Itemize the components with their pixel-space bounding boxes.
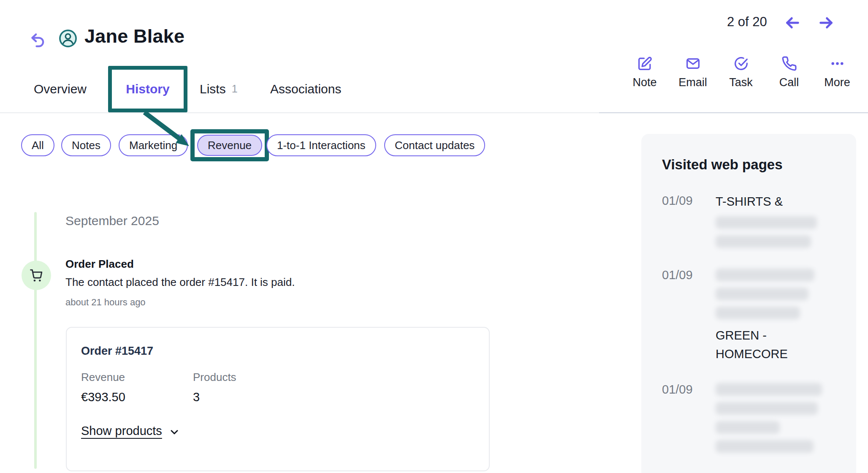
filter-pill-marketing[interactable]: Marketing bbox=[119, 134, 188, 156]
order-card: Order #15417 Revenue Products €393.50 3 … bbox=[66, 327, 490, 471]
visited-page-content: GREEN - HOMECORE bbox=[716, 266, 822, 363]
email-button[interactable]: Email bbox=[669, 56, 717, 89]
tab-lists[interactable]: Lists1 bbox=[200, 82, 238, 96]
more-button-label: More bbox=[824, 76, 850, 89]
filter-pill-all[interactable]: All bbox=[21, 134, 54, 156]
tab-history[interactable]: History bbox=[126, 82, 169, 96]
order-revenue-label: Revenue bbox=[81, 371, 125, 384]
contact-pager: 2 of 20 bbox=[727, 14, 835, 30]
page-title: Jane Blake bbox=[84, 25, 184, 47]
tab-associations[interactable]: Associations bbox=[270, 82, 341, 96]
task-button[interactable]: Task bbox=[717, 56, 765, 89]
redacted-line bbox=[716, 440, 814, 453]
arrow-left-icon bbox=[784, 14, 801, 31]
contact-avatar-icon bbox=[59, 29, 77, 48]
next-contact-button[interactable] bbox=[818, 14, 835, 30]
task-button-label: Task bbox=[729, 76, 753, 89]
contact-actions-toolbar: Note Email Task Call bbox=[621, 56, 861, 89]
redacted-line bbox=[716, 307, 800, 319]
redacted-text-block bbox=[716, 383, 822, 453]
note-icon bbox=[637, 56, 653, 71]
show-products-label: Show products bbox=[81, 424, 162, 438]
tabs-divider bbox=[0, 112, 868, 113]
visited-page-content: T-SHIRTS & bbox=[716, 192, 822, 248]
undo-arrow-icon bbox=[30, 32, 46, 48]
redacted-line bbox=[716, 288, 808, 300]
visited-page-entry[interactable]: 01/09 T-SHIRTS & bbox=[662, 192, 839, 248]
tab-overview[interactable]: Overview bbox=[34, 82, 87, 96]
timeline-line bbox=[34, 212, 37, 469]
lists-count-badge: 1 bbox=[232, 83, 238, 95]
call-icon bbox=[781, 56, 797, 71]
redacted-text-block bbox=[716, 216, 822, 248]
filter-pill-revenue[interactable]: Revenue bbox=[197, 135, 262, 156]
redacted-line bbox=[716, 216, 817, 229]
order-event-marker bbox=[22, 261, 51, 290]
visit-date: 01/09 bbox=[662, 266, 716, 283]
event-title: Order Placed bbox=[65, 258, 134, 271]
visited-web-pages-title: Visited web pages bbox=[662, 157, 783, 173]
order-card-title: Order #15417 bbox=[81, 345, 153, 358]
call-button[interactable]: Call bbox=[765, 56, 813, 89]
filter-pill-notes[interactable]: Notes bbox=[61, 134, 111, 156]
redacted-line bbox=[716, 235, 811, 248]
visited-web-pages-panel: Visited web pages 01/09 T-SHIRTS & 01/09 bbox=[641, 134, 856, 473]
back-button[interactable] bbox=[30, 32, 46, 48]
visited-pages-list: 01/09 T-SHIRTS & 01/09 GREEN - HOMECORE bbox=[662, 192, 839, 459]
visited-page-text: GREEN - HOMECORE bbox=[716, 326, 815, 363]
visit-date: 01/09 bbox=[662, 381, 716, 398]
more-icon bbox=[830, 56, 845, 71]
visited-page-entry[interactable]: 01/09 GREEN - HOMECORE bbox=[662, 266, 839, 363]
note-button[interactable]: Note bbox=[621, 56, 669, 89]
tab-lists-label: Lists bbox=[200, 82, 226, 96]
filter-pill-contact-updates[interactable]: Contact updates bbox=[384, 134, 485, 156]
visit-date: 01/09 bbox=[662, 192, 716, 209]
redacted-line bbox=[716, 402, 818, 415]
redacted-text-block bbox=[716, 269, 822, 319]
visited-page-entry[interactable]: 01/09 bbox=[662, 381, 839, 459]
event-description: The contact placed the order #15417. It … bbox=[65, 276, 295, 289]
arrow-right-icon bbox=[818, 14, 835, 31]
note-button-label: Note bbox=[632, 76, 656, 89]
email-button-label: Email bbox=[678, 76, 707, 89]
pager-count: 2 of 20 bbox=[727, 14, 767, 30]
order-products-label: Products bbox=[193, 371, 236, 384]
visited-page-content bbox=[716, 381, 822, 459]
visited-page-text: T-SHIRTS & bbox=[716, 192, 822, 211]
history-annotation-box: History bbox=[108, 66, 187, 112]
timeline-month-label: September 2025 bbox=[65, 214, 159, 228]
more-button[interactable]: More bbox=[813, 56, 861, 89]
previous-contact-button[interactable] bbox=[784, 14, 801, 30]
shopping-cart-icon bbox=[29, 268, 44, 283]
order-products-value: 3 bbox=[193, 390, 200, 404]
chevron-down-icon bbox=[169, 427, 180, 438]
redacted-line bbox=[716, 383, 822, 396]
call-button-label: Call bbox=[779, 76, 799, 89]
redacted-line bbox=[716, 269, 814, 281]
event-timestamp: about 21 hours ago bbox=[65, 297, 146, 308]
task-icon bbox=[733, 56, 749, 71]
filter-pill-1to1-interactions[interactable]: 1-to-1 Interactions bbox=[266, 134, 376, 156]
contact-history-page: { "header": { "title": "Jane Blake" }, "… bbox=[0, 0, 868, 473]
redacted-line bbox=[716, 421, 780, 434]
revenue-annotation-box: Revenue bbox=[190, 129, 269, 161]
email-icon bbox=[685, 56, 701, 71]
show-products-link[interactable]: Show products bbox=[81, 424, 180, 438]
order-revenue-value: €393.50 bbox=[81, 390, 125, 404]
